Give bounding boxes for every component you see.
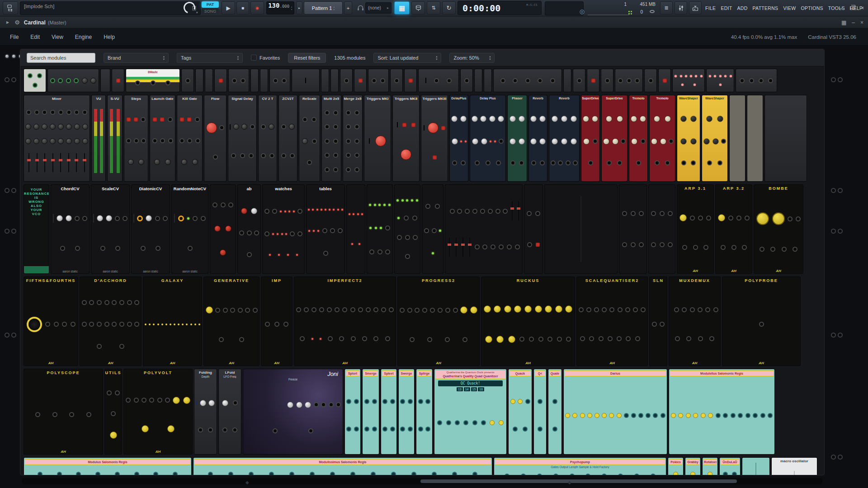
module-card[interactable]: PROGRESS2AH	[398, 277, 479, 366]
module-card[interactable]: Tremolo	[650, 95, 675, 181]
module-card[interactable]	[321, 69, 329, 92]
module-card[interactable]	[196, 69, 203, 92]
module-card[interactable]: ARP 3.2AH	[716, 185, 752, 273]
fl-menu-view[interactable]: VIEW	[783, 5, 796, 11]
module-card[interactable]: Signal Delay	[228, 95, 256, 181]
module-card[interactable]	[270, 69, 290, 92]
module-card[interactable]	[347, 185, 365, 273]
module-card[interactable]: tables	[307, 185, 344, 273]
module-card[interactable]: CV 2 T	[259, 95, 277, 181]
module-card[interactable]	[747, 95, 763, 181]
module-card[interactable]: SuperDrive	[602, 95, 627, 181]
module-card[interactable]	[545, 185, 617, 273]
module-card[interactable]: VU	[92, 95, 105, 181]
module-card[interactable]: MUXDEMUXAH	[669, 277, 720, 366]
module-card[interactable]	[215, 69, 226, 92]
module-card[interactable]: SuperDrive	[581, 95, 599, 181]
module-card[interactable]	[707, 69, 734, 92]
menu-help[interactable]: Help	[104, 34, 115, 40]
stop-button[interactable]: ■	[236, 1, 249, 14]
record-button[interactable]: ●	[250, 1, 264, 14]
pat-song-toggle[interactable]: PAT SONG	[202, 1, 219, 14]
zoom-dropdown[interactable]: Zoom: 50% ▴▾	[449, 53, 495, 63]
module-card[interactable]	[736, 69, 777, 92]
module-card[interactable]: Modulellus Salomonis Regis	[669, 369, 774, 454]
module-card[interactable]: SCALEQUANTISER2AH	[577, 277, 647, 366]
module-card[interactable]: RandomNoteCVaaron static	[172, 185, 208, 273]
module-card[interactable]: DiatonicCVaaron static	[132, 185, 170, 273]
module-card[interactable]: JoniFreeze	[243, 369, 343, 454]
module-card[interactable]	[524, 185, 542, 273]
module-card[interactable]	[251, 69, 258, 92]
module-card[interactable]: PsychopumpGates Output Length Sample & H…	[494, 458, 666, 475]
pat-mode-button[interactable]: PAT	[202, 1, 219, 8]
pattern-prev-button[interactable]: ▸	[296, 1, 302, 14]
module-card[interactable]: ScaleCVaaron static	[91, 185, 129, 273]
scrollbar-thumb[interactable]	[420, 479, 737, 483]
reset-filters-button[interactable]: Reset filters	[288, 53, 326, 63]
module-card[interactable]: POLYVOLTAH	[124, 369, 192, 454]
gear-icon[interactable]: ⚙	[14, 19, 20, 26]
module-card[interactable]	[405, 69, 416, 92]
module-card[interactable]	[368, 69, 388, 92]
module-card[interactable]: Merge 2x5	[343, 95, 362, 181]
module-card[interactable]: Delay Plus	[470, 95, 505, 181]
module-card[interactable]	[182, 69, 193, 92]
module-card[interactable]: ChordCVaaron static	[51, 185, 89, 273]
play-button[interactable]: ▶	[222, 1, 235, 14]
module-card[interactable]: LFoldLFO Freq	[219, 369, 241, 454]
module-card[interactable]	[587, 69, 599, 92]
module-card[interactable]	[645, 69, 656, 92]
mixer-button[interactable]	[675, 1, 687, 14]
module-card[interactable]: Spleet	[381, 369, 396, 454]
resize-grip-icon[interactable]: ◆	[568, 480, 571, 485]
loop-record-button[interactable]: ↻	[442, 1, 456, 14]
module-card[interactable]: POLYPROBEAH	[722, 277, 800, 366]
module-card[interactable]	[260, 69, 268, 92]
module-card[interactable]	[484, 69, 491, 92]
collapse-icon[interactable]: ▶	[6, 20, 9, 24]
module-card[interactable]	[101, 69, 110, 92]
module-card[interactable]: SLN	[650, 277, 667, 366]
module-card[interactable]: WaveShaper	[702, 95, 727, 181]
module-card[interactable]: Multi 2x5	[322, 95, 341, 181]
cpu-dropdown-arrow[interactable]: ▾	[196, 11, 198, 14]
menu-file[interactable]: File	[10, 34, 19, 40]
fl-menu-patterns[interactable]: PATTERNS	[753, 5, 778, 11]
module-card[interactable]: ab	[238, 185, 260, 273]
module-card[interactable]	[659, 69, 670, 92]
module-card[interactable]: FIFTHS&FOURTHSAH	[24, 277, 78, 366]
master-window-button[interactable]	[689, 1, 702, 14]
module-card[interactable]: Triggers MKI	[364, 95, 391, 181]
detach-grid-icon[interactable]: ▦	[841, 19, 846, 26]
module-card[interactable]	[419, 69, 458, 92]
module-card[interactable]: BOMBEAH	[754, 185, 803, 273]
sort-dropdown[interactable]: Sort: Last updated ▴▾	[373, 53, 441, 63]
module-card[interactable]: Steps	[124, 95, 148, 181]
typing-keyboard-toggle[interactable]: ⇅	[427, 1, 440, 14]
module-card[interactable]: WaveShaper	[677, 95, 700, 181]
pattern-playlist-toggle[interactable]: ▦	[394, 1, 410, 14]
module-card[interactable]: Quale	[548, 369, 561, 454]
module-card[interactable]	[649, 185, 675, 273]
plugin-minimize-icon[interactable]: –	[852, 19, 855, 26]
module-card[interactable]	[445, 185, 522, 273]
module-card[interactable]	[564, 69, 571, 92]
module-card[interactable]	[615, 69, 642, 92]
module-card[interactable]: Smerge	[363, 369, 379, 454]
tags-dropdown[interactable]: Tags ▴▾	[177, 53, 243, 63]
module-card[interactable]: IMPAH	[261, 277, 292, 366]
song-mode-button[interactable]: SONG	[202, 8, 219, 14]
module-card[interactable]	[112, 69, 124, 92]
module-card[interactable]	[331, 69, 338, 92]
horizontal-scrollbar[interactable]	[22, 478, 823, 484]
module-card[interactable]: Triggers MKII	[393, 95, 419, 181]
pattern-selector[interactable]: Pattern 1 ▴▾	[304, 1, 343, 14]
favorites-checkbox[interactable]	[251, 55, 257, 61]
module-card[interactable]: DelayPlus	[450, 95, 468, 181]
plugin-close-icon[interactable]: ×	[860, 19, 863, 26]
oscilloscope-panel[interactable]	[545, 1, 584, 15]
module-card[interactable]	[210, 185, 236, 273]
module-card[interactable]	[367, 185, 392, 273]
window-restore-button[interactable]	[846, 0, 857, 16]
